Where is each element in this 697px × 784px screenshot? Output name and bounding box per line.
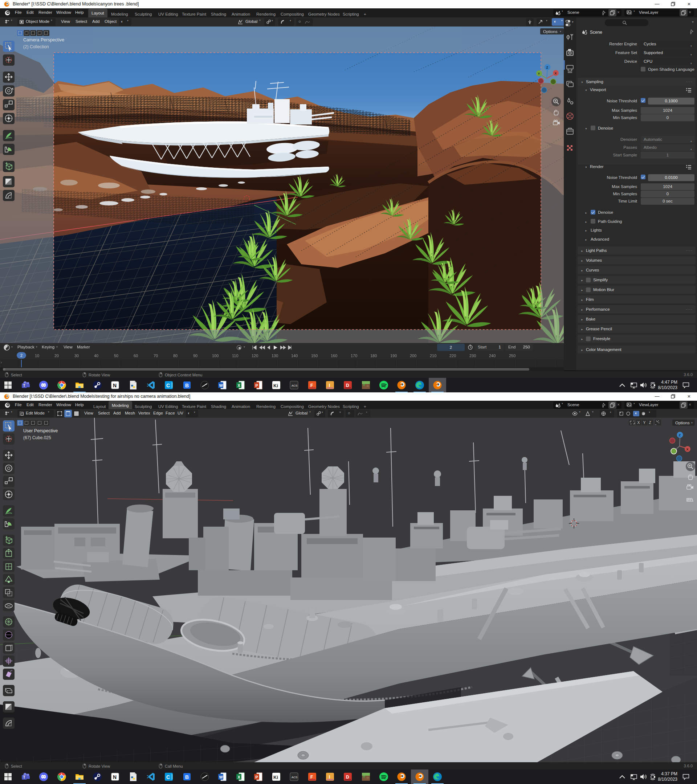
svg-text:B: B xyxy=(185,382,189,389)
svg-text:Camera Perspective: Camera Perspective xyxy=(23,37,64,43)
svg-text:X: X xyxy=(238,383,241,388)
svg-text:(67) Cube.025: (67) Cube.025 xyxy=(23,435,51,440)
svg-text:T: T xyxy=(23,775,25,779)
svg-text:T: T xyxy=(23,384,25,388)
svg-text:N: N xyxy=(113,382,117,389)
svg-text:Ki: Ki xyxy=(274,383,278,389)
svg-text:I: I xyxy=(329,383,330,388)
svg-text:P: P xyxy=(255,383,258,388)
svg-text:B: B xyxy=(185,774,189,780)
svg-text:F: F xyxy=(310,774,313,780)
svg-text:N: N xyxy=(113,774,117,780)
svg-text:Z: Z xyxy=(679,433,681,437)
svg-text:X: X xyxy=(687,448,689,451)
svg-text:▼: ▼ xyxy=(572,21,574,23)
svg-text:Options: Options xyxy=(543,30,558,34)
svg-text:User Perspective: User Perspective xyxy=(23,428,58,433)
svg-text:Z: Z xyxy=(546,66,549,69)
svg-text:(2) Collection: (2) Collection xyxy=(23,44,49,49)
svg-text:W: W xyxy=(219,775,223,779)
svg-text:ACS: ACS xyxy=(292,776,297,779)
svg-text:X: X xyxy=(238,775,241,779)
svg-text:F: F xyxy=(310,383,313,388)
svg-text:X: X xyxy=(638,420,640,425)
svg-text:C: C xyxy=(166,382,170,389)
svg-text:Options: Options xyxy=(675,421,690,425)
svg-text:▼: ▼ xyxy=(691,422,693,424)
svg-text:Ki: Ki xyxy=(274,774,278,780)
svg-text:ACS: ACS xyxy=(292,384,297,387)
svg-text:D: D xyxy=(346,383,349,388)
svg-text:D: D xyxy=(346,774,349,780)
svg-text:I: I xyxy=(329,774,330,780)
svg-text:Y: Y xyxy=(538,72,540,76)
svg-text:X: X xyxy=(555,71,557,75)
svg-text:▼: ▼ xyxy=(559,30,562,33)
svg-text:C: C xyxy=(166,774,170,780)
svg-text:Y: Y xyxy=(643,420,646,425)
svg-text:W: W xyxy=(219,383,223,388)
svg-text:P: P xyxy=(255,775,258,779)
svg-text:Z: Z xyxy=(649,420,652,425)
